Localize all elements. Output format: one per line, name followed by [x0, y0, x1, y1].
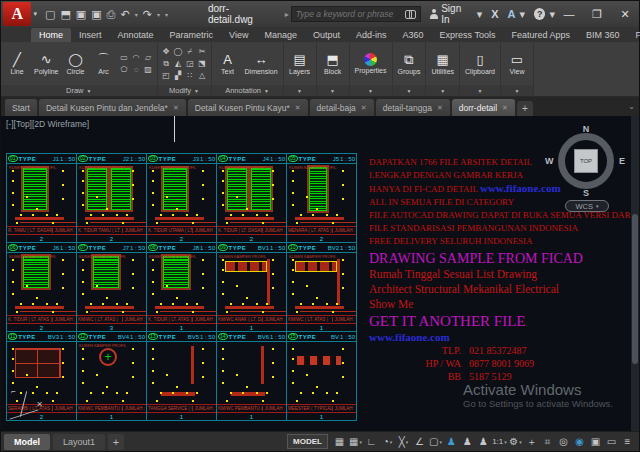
search-expand-icon[interactable]: ▸: [285, 10, 289, 19]
file-tab[interactable]: detail-tangga✕: [376, 99, 450, 116]
redo-caret-icon[interactable]: ▾: [157, 11, 160, 18]
polar-tracking-icon[interactable]: ◔▾: [380, 434, 395, 450]
viewport-controls[interactable]: [-][Top][2D Wireframe]: [6, 119, 89, 129]
undo-caret-icon[interactable]: ▾: [135, 11, 138, 18]
close-button[interactable]: ✕: [611, 2, 639, 26]
ribbon-tab-bim-360[interactable]: BIM 360: [578, 28, 628, 42]
layout-tab-layout1[interactable]: Layout1: [53, 434, 105, 450]
ribbon-tab-parametric[interactable]: Parametric: [162, 28, 222, 42]
search-input[interactable]: [296, 9, 405, 19]
file-tab[interactable]: Detail Kusen Pintu Kayu*✕: [188, 99, 308, 116]
vertical-scrollbar[interactable]: [631, 116, 639, 431]
layout-tab-model[interactable]: Model: [4, 434, 50, 450]
clipboard-panel-label[interactable]: ▼: [460, 85, 500, 96]
redo-icon[interactable]: ↷: [143, 8, 152, 21]
text-button[interactable]: AText: [215, 43, 241, 84]
save-icon[interactable]: ▣: [76, 8, 86, 21]
sign-in-person-icon[interactable]: [429, 9, 438, 19]
ribbon-tab-view[interactable]: View: [221, 28, 256, 42]
circle-button[interactable]: ◯Circle: [63, 43, 89, 84]
model-space-button[interactable]: MODEL: [287, 434, 328, 449]
search-binoculars-icon[interactable]: [405, 10, 416, 18]
annotation-people-icon[interactable]: ♟: [476, 434, 491, 450]
help-icon[interactable]: ?: [534, 8, 545, 20]
dimension-button[interactable]: ↔Dimension: [243, 43, 280, 84]
layers-panel-label[interactable]: ▼: [284, 85, 316, 96]
file-tab-close-icon[interactable]: ✕: [295, 104, 301, 112]
a360-caret-icon[interactable]: ▾: [520, 8, 526, 21]
wcs-dropdown[interactable]: WCS▾: [565, 200, 609, 212]
ribbon-tab-home[interactable]: Home: [31, 28, 71, 42]
viewcube-top-face[interactable]: TOP: [574, 149, 598, 173]
ribbon-tab-output[interactable]: Output: [305, 28, 348, 42]
qat-customize-caret-icon[interactable]: ▾: [165, 11, 168, 18]
isometric-drafting-icon[interactable]: ∠: [412, 434, 427, 450]
quick-properties-icon[interactable]: ⌗: [540, 434, 555, 450]
exchange-apps-icon[interactable]: X: [491, 8, 498, 20]
plot-icon[interactable]: ⎙: [107, 8, 116, 21]
snap-mode-icon[interactable]: ▦▾: [348, 434, 363, 450]
new-file-icon[interactable]: ▢: [45, 8, 55, 21]
fullscreen-icon[interactable]: ▭: [604, 434, 619, 450]
line-button[interactable]: ╱Line: [4, 43, 30, 84]
isolate-objects-icon[interactable]: ◎: [556, 434, 571, 450]
layers-button[interactable]: ▤Layers: [287, 43, 313, 84]
restore-button[interactable]: ❐: [583, 2, 611, 26]
ribbon-tab-add-ins[interactable]: Add-ins: [348, 28, 395, 42]
file-tab[interactable]: Detail Kusen Pintu dan Jendela*✕: [39, 99, 186, 116]
a360-icon[interactable]: A: [508, 8, 516, 20]
object-snap-icon[interactable]: ▢▾: [428, 434, 443, 450]
save-as-icon[interactable]: ▣: [91, 8, 101, 21]
annotation-scale-button[interactable]: 1:1▾: [492, 434, 507, 450]
viewcube-east[interactable]: E: [619, 156, 625, 166]
arc-button[interactable]: ⌒Arc: [91, 43, 117, 84]
file-tab[interactable]: dorr-detail✕: [452, 99, 515, 116]
utilities-panel-label[interactable]: ▼: [426, 85, 459, 96]
modify-tools-grid[interactable]: ✥◯⌿✂ ⧉◭◲⬔ ◰▞∷△: [161, 43, 208, 84]
autoscale-icon[interactable]: ♟: [460, 434, 475, 450]
ribbon-tab-a360[interactable]: A360: [395, 28, 432, 42]
groups-panel-label[interactable]: ▼: [393, 85, 426, 96]
ribbon-tab-performance[interactable]: Performance: [627, 28, 640, 42]
ribbon-tab-insert[interactable]: Insert: [71, 28, 110, 42]
viewcube-north[interactable]: N: [583, 124, 590, 134]
draw-tool-icon[interactable]: ▱: [143, 52, 154, 63]
graphics-performance-icon[interactable]: ◉: [572, 434, 587, 450]
promo-website-link[interactable]: www.fifaone.com: [480, 182, 561, 194]
view-button[interactable]: ▭View: [504, 43, 530, 84]
modify-panel-label[interactable]: Modify▼: [158, 85, 211, 96]
block-panel-label[interactable]: ▼: [317, 85, 349, 96]
file-tab[interactable]: Start: [5, 99, 37, 116]
new-file-tab-button[interactable]: +: [517, 101, 533, 116]
file-tab-close-icon[interactable]: ✕: [361, 104, 367, 112]
clean-screen-icon[interactable]: ▣: [588, 434, 603, 450]
draw-tool-icon[interactable]: ◠: [131, 52, 142, 63]
clipboard-button[interactable]: ▯Clipboard: [463, 43, 497, 84]
workspace-gear-icon[interactable]: ⚙▾: [508, 434, 523, 450]
annotation-monitor-icon[interactable]: ＋: [524, 434, 539, 450]
ribbon-tab-manage[interactable]: Manage: [256, 28, 305, 42]
properties-panel-label[interactable]: ▼: [350, 85, 392, 96]
viewcube[interactable]: N S W E TOP: [555, 130, 617, 192]
open-file-icon[interactable]: ⬒: [60, 8, 70, 21]
draw-tool-icon[interactable]: ▨: [143, 64, 154, 75]
osnap-tracking-icon[interactable]: ╳▾: [396, 434, 411, 450]
view-panel-label[interactable]: ▼: [501, 85, 533, 96]
viewcube-west[interactable]: W: [545, 156, 554, 166]
file-tab-close-icon[interactable]: ✕: [502, 104, 508, 112]
polyline-button[interactable]: ∿Polyline: [32, 43, 61, 84]
viewcube-south[interactable]: S: [583, 188, 589, 198]
file-tab[interactable]: detail-baja✕: [310, 99, 374, 116]
scrollbar-thumb[interactable]: [632, 214, 638, 364]
sign-in-caret-icon[interactable]: ▾: [477, 8, 483, 21]
draw-tool-icon[interactable]: ▭: [119, 52, 130, 63]
grid-display-icon[interactable]: ▦: [332, 434, 347, 450]
undo-icon[interactable]: ↶: [120, 8, 129, 21]
file-tab-close-icon[interactable]: ✕: [437, 104, 443, 112]
ribbon-tab-annotate[interactable]: Annotate: [110, 28, 162, 42]
search-box[interactable]: [291, 6, 421, 22]
draw-tool-icon[interactable]: ⬠: [119, 64, 130, 75]
customization-menu-icon[interactable]: ≡: [620, 434, 635, 450]
file-tab-close-icon[interactable]: ✕: [173, 104, 179, 112]
ortho-mode-icon[interactable]: ∟: [364, 434, 379, 450]
